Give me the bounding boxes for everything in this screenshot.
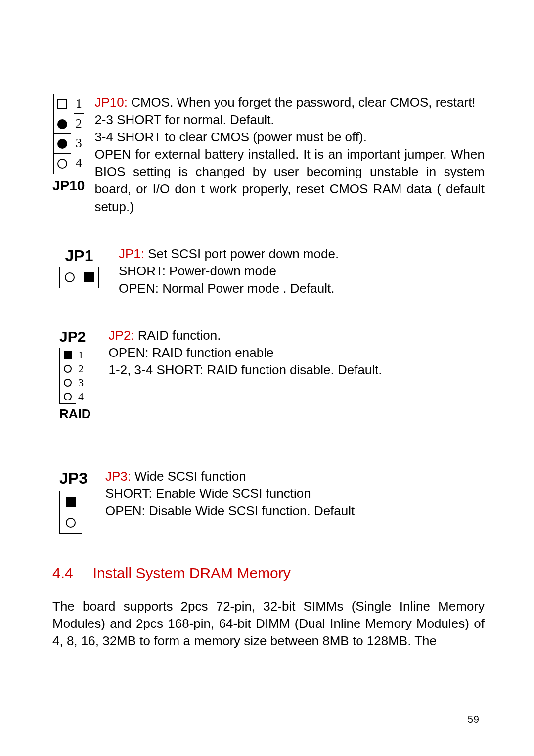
- jp2-pin-label: 4: [78, 389, 84, 403]
- jp3-block: JP3 JP3: Wide SCSI function SHORT: Enabl…: [59, 468, 485, 534]
- jp2-line3: 1-2, 3-4 SHORT: RAID function disable. D…: [109, 361, 485, 379]
- jp1-title-red: JP1:: [119, 246, 144, 261]
- jp1-title-rest: Set SCSI port power down mode.: [144, 246, 339, 261]
- jp10-pins: 1 2 3 4: [53, 94, 84, 174]
- jp2-pin1-icon: [64, 351, 72, 359]
- jp2-pin2-icon: [64, 365, 72, 373]
- jp3-text: JP3: Wide SCSI function SHORT: Enable Wi…: [105, 468, 485, 520]
- page-number: 59: [468, 713, 480, 726]
- jp2-title-red: JP2:: [109, 328, 134, 343]
- jp10-pin-label: 4: [74, 153, 84, 173]
- jp2-label: JP2: [59, 327, 86, 347]
- jp10-line2: 2-3 SHORT for normal. Default.: [94, 111, 485, 129]
- jp2-title-rest: RAID function.: [134, 328, 221, 343]
- jp10-pin1-icon: [57, 99, 67, 109]
- jp2-block: JP2 1 2 3 4 RAID JP2: RAID function. OPE…: [59, 327, 485, 423]
- jp10-pin-label: 2: [74, 114, 84, 133]
- jp10-pin4-icon: [57, 159, 67, 169]
- jp10-text: JP10: CMOS. When you forget the password…: [94, 94, 485, 216]
- jp1-line3: OPEN: Normal Power mode . Default.: [119, 280, 485, 297]
- jp1-pin1-icon: [65, 272, 75, 282]
- jp10-pin-label: 3: [74, 133, 84, 153]
- jp10-pin-label: 1: [74, 94, 84, 114]
- jp1-block: JP1 JP1: Set SCSI port power down mode. …: [59, 245, 485, 297]
- jp2-pin-label: 3: [78, 375, 84, 389]
- jp10-line3: 3-4 SHORT to clear CMOS (power must be o…: [94, 129, 485, 146]
- jp3-line2: SHORT: Enable Wide SCSI function: [105, 485, 485, 502]
- jp3-title-rest: Wide SCSI function: [131, 469, 246, 484]
- section-paragraph: The board supports 2pcs 72-pin, 32-bit S…: [52, 598, 485, 650]
- jp1-diagram: JP1: [59, 245, 99, 288]
- jp10-label: JP10: [52, 177, 85, 195]
- jp3-diagram: JP3: [59, 468, 88, 534]
- jp10-title-rest: CMOS. When you forget the password, clea…: [128, 95, 476, 110]
- jp10-title-red: JP10:: [94, 95, 128, 110]
- jp2-line2: OPEN: RAID function enable: [109, 344, 485, 361]
- jp10-block: 1 2 3 4 JP10 JP10: CMOS. When you forget…: [52, 94, 485, 216]
- jp3-title-red: JP3:: [105, 469, 131, 484]
- jp2-pin-label: 2: [78, 361, 84, 375]
- jp1-text: JP1: Set SCSI port power down mode. SHOR…: [119, 245, 485, 297]
- jp2-pin4-icon: [64, 393, 72, 400]
- jp10-pin2-icon: [57, 119, 67, 129]
- jp2-text: JP2: RAID function. OPEN: RAID function …: [109, 327, 485, 379]
- jp3-line3: OPEN: Disable Wide SCSI function. Defaul…: [105, 502, 485, 520]
- jp2-raid-label: RAID: [59, 405, 91, 423]
- jp2-pin3-icon: [64, 379, 72, 387]
- jp3-label: JP3: [59, 468, 88, 489]
- jp1-line2: SHORT: Power-down mode: [119, 263, 485, 280]
- jp2-diagram: JP2 1 2 3 4 RAID: [59, 327, 91, 423]
- jp2-pin-label: 1: [78, 348, 84, 361]
- jp10-diagram: 1 2 3 4 JP10: [52, 94, 85, 195]
- jp10-line4: OPEN for external battery installed. It …: [94, 146, 485, 215]
- jp1-pin2-icon: [84, 272, 94, 282]
- jp1-label: JP1: [65, 245, 93, 267]
- jp3-pin2-icon: [66, 518, 76, 528]
- section-title: Install System DRAM Memory: [93, 565, 291, 581]
- section-heading: 4.4Install System DRAM Memory: [52, 563, 485, 583]
- jp10-pin3-icon: [57, 139, 67, 149]
- section-number: 4.4: [52, 565, 73, 581]
- jp3-pin1-icon: [66, 497, 76, 507]
